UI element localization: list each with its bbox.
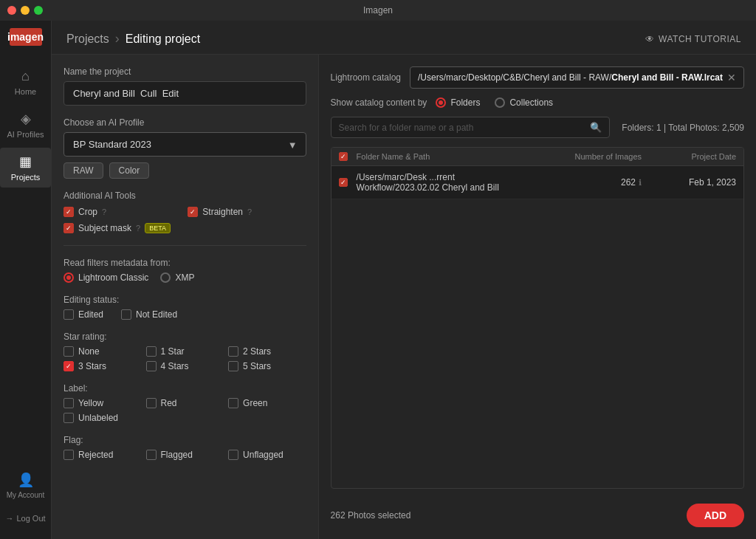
- editing-status-label: Editing status:: [63, 295, 306, 305]
- rejected-flag-checkbox[interactable]: [63, 450, 74, 460]
- 1-star-checkbox[interactable]: [146, 346, 157, 357]
- color-tag[interactable]: Color: [109, 162, 150, 179]
- sidebar-item-ai-profiles[interactable]: ◈ AI Profiles: [0, 105, 51, 145]
- info-icon[interactable]: ℹ: [639, 178, 642, 188]
- star-rating-section: Star rating: None 1 Star 2 Stars: [63, 332, 306, 371]
- flagged-flag-checkbox[interactable]: [146, 450, 157, 460]
- tools-grid: Crop ? Straighten ?: [63, 207, 306, 217]
- rejected-flag-option: Rejected: [63, 450, 142, 460]
- window-controls[interactable]: [7, 6, 43, 15]
- edited-option: Edited: [63, 309, 103, 320]
- main-content: Projects › Editing project 👁 WATCH TUTOR…: [52, 21, 756, 539]
- window-title: Imagen: [363, 5, 393, 16]
- folders-radio[interactable]: [436, 97, 446, 108]
- search-icon: 🔍: [590, 122, 602, 133]
- subject-mask-label: Subject mask: [78, 223, 131, 233]
- yellow-label-label: Yellow: [78, 398, 103, 408]
- green-label-checkbox[interactable]: [228, 398, 238, 408]
- catalog-path-text: /Users/marc/Desktop/C&B/Cheryl and Bill …: [418, 72, 723, 83]
- crop-checkbox[interactable]: [63, 207, 74, 217]
- unlabeled-option: Unlabeled: [63, 413, 118, 423]
- subject-mask-checkbox[interactable]: [63, 223, 74, 233]
- sidebar-item-projects[interactable]: ▦ Projects: [0, 148, 51, 188]
- project-name-section: Name the project: [63, 66, 306, 106]
- flag-heading: Flag:: [63, 435, 306, 445]
- none-star-checkbox[interactable]: [63, 346, 74, 357]
- logout-button[interactable]: → Log Out: [1, 509, 49, 527]
- 5-stars-checkbox[interactable]: [228, 361, 238, 371]
- page-header: Projects › Editing project 👁 WATCH TUTOR…: [52, 21, 756, 55]
- image-count-header: Number of Images: [546, 152, 642, 161]
- table-row[interactable]: /Users/marc/Desk ...rrent Workflow/2023.…: [331, 166, 743, 199]
- folder-path-cell: /Users/marc/Desk ...rrent Workflow/2023.…: [357, 172, 540, 193]
- folder-table: Folder Name & Path Number of Images Proj…: [331, 147, 744, 489]
- table-header: Folder Name & Path Number of Images Proj…: [331, 148, 743, 166]
- catalog-path-display: /Users/marc/Desktop/C&B/Cheryl and Bill …: [410, 66, 744, 89]
- project-name-input[interactable]: [63, 81, 306, 106]
- catalog-label: Lightroom catalog: [331, 72, 401, 83]
- read-filters-options: Lightroom Classic XMP: [63, 272, 306, 283]
- not-edited-option: Not Edited: [121, 309, 177, 320]
- watch-tutorial-label: WATCH TUTORIAL: [659, 34, 741, 44]
- not-edited-checkbox[interactable]: [121, 309, 131, 320]
- yellow-label-checkbox[interactable]: [63, 398, 74, 408]
- crop-help-icon[interactable]: ?: [102, 207, 106, 216]
- folders-radio-option[interactable]: Folders: [436, 97, 480, 108]
- collections-radio[interactable]: [495, 97, 505, 108]
- close-button[interactable]: [7, 6, 16, 15]
- 5-stars-option: 5 Stars: [228, 361, 306, 371]
- none-star-option: None: [63, 346, 142, 357]
- account-icon: 👤: [18, 472, 34, 488]
- none-star-label: None: [78, 346, 100, 357]
- sidebar-bottom: 👤 My Account → Log Out: [0, 464, 51, 539]
- name-label: Name the project: [63, 66, 306, 77]
- search-bar: 🔍: [331, 117, 611, 138]
- watch-tutorial-button[interactable]: 👁 WATCH TUTORIAL: [645, 34, 741, 44]
- 4-stars-label: 4 Stars: [161, 361, 189, 371]
- red-label-checkbox[interactable]: [146, 398, 157, 408]
- sidebar-item-home[interactable]: ⌂ Home: [0, 62, 51, 102]
- 4-stars-checkbox[interactable]: [146, 361, 157, 371]
- unlabeled-label: Unlabeled: [78, 413, 118, 423]
- red-label-label: Red: [161, 398, 177, 408]
- unlabeled-checkbox[interactable]: [63, 413, 74, 423]
- panels-container: Name the project Choose an AI Profile BP…: [52, 55, 756, 539]
- subject-mask-help-icon[interactable]: ?: [136, 224, 140, 233]
- 2-stars-label: 2 Stars: [243, 346, 271, 357]
- breadcrumb-projects-link[interactable]: Projects: [66, 32, 109, 46]
- lightroom-radio[interactable]: [63, 272, 74, 283]
- xmp-label: XMP: [175, 272, 194, 283]
- add-button[interactable]: ADD: [687, 504, 744, 527]
- app-logo: imagen: [10, 28, 42, 46]
- sidebar-item-label: Projects: [11, 173, 41, 182]
- edited-checkbox[interactable]: [63, 309, 74, 320]
- bottom-bar: 262 Photos selected ADD: [331, 498, 744, 527]
- profile-select[interactable]: BP Standard 2023: [63, 132, 306, 157]
- profile-label: Choose an AI Profile: [63, 117, 306, 128]
- rejected-flag-label: Rejected: [78, 450, 113, 460]
- collections-radio-option[interactable]: Collections: [495, 97, 553, 108]
- straighten-checkbox[interactable]: [188, 207, 198, 217]
- maximize-button[interactable]: [34, 6, 43, 15]
- raw-tag[interactable]: RAW: [63, 162, 103, 179]
- 2-stars-checkbox[interactable]: [228, 346, 238, 357]
- photos-selected-label: 262 Photos selected: [331, 510, 411, 521]
- unflagged-flag-checkbox[interactable]: [228, 450, 238, 460]
- yellow-label-option: Yellow: [63, 398, 142, 408]
- header-checkbox[interactable]: [339, 152, 348, 161]
- row-checkbox[interactable]: [339, 178, 348, 187]
- lightroom-classic-option[interactable]: Lightroom Classic: [63, 272, 148, 283]
- profile-select-wrapper: BP Standard 2023 ▼: [63, 132, 306, 157]
- right-panel: Lightroom catalog /Users/marc/Desktop/C&…: [319, 55, 756, 539]
- account-button[interactable]: 👤 My Account: [0, 466, 51, 505]
- 3-stars-checkbox[interactable]: [63, 361, 74, 371]
- flagged-flag-option: Flagged: [146, 450, 224, 460]
- logout-label: Log Out: [16, 514, 45, 523]
- straighten-help-icon[interactable]: ?: [247, 207, 252, 216]
- minimize-button[interactable]: [21, 6, 30, 15]
- catalog-close-button[interactable]: ✕: [727, 72, 736, 83]
- label-heading: Label:: [63, 383, 306, 394]
- xmp-option[interactable]: XMP: [160, 272, 194, 283]
- search-input[interactable]: [339, 123, 585, 133]
- xmp-radio[interactable]: [160, 272, 171, 283]
